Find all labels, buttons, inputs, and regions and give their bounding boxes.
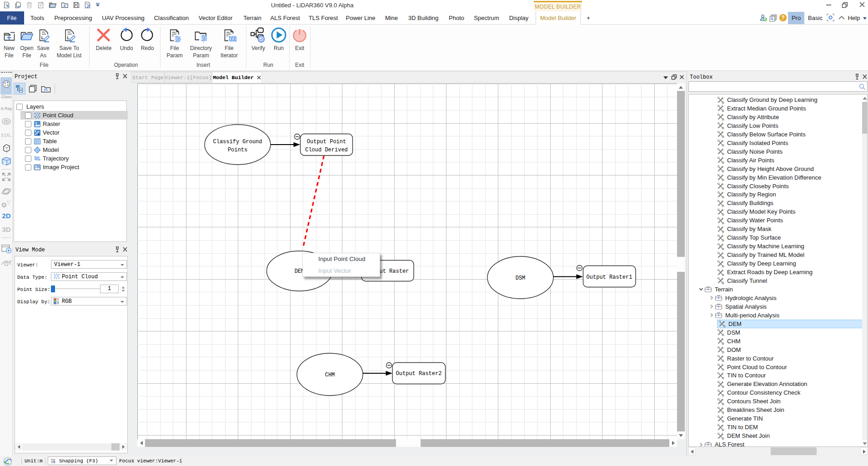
svg-text:Cloud Derived: Cloud Derived bbox=[305, 147, 348, 153]
svg-text:Classify Ground: Classify Ground bbox=[213, 139, 262, 145]
svg-text:B: B bbox=[57, 302, 59, 305]
svg-text:?: ? bbox=[781, 15, 784, 21]
svg-text:Output Raster1: Output Raster1 bbox=[587, 274, 632, 281]
svg-text:Points: Points bbox=[228, 147, 247, 153]
svg-text:Output Point: Output Point bbox=[307, 139, 346, 145]
svg-text:DSM: DSM bbox=[516, 275, 526, 281]
svg-text:Output Raster2: Output Raster2 bbox=[396, 371, 442, 377]
svg-text:CHM: CHM bbox=[325, 372, 335, 378]
